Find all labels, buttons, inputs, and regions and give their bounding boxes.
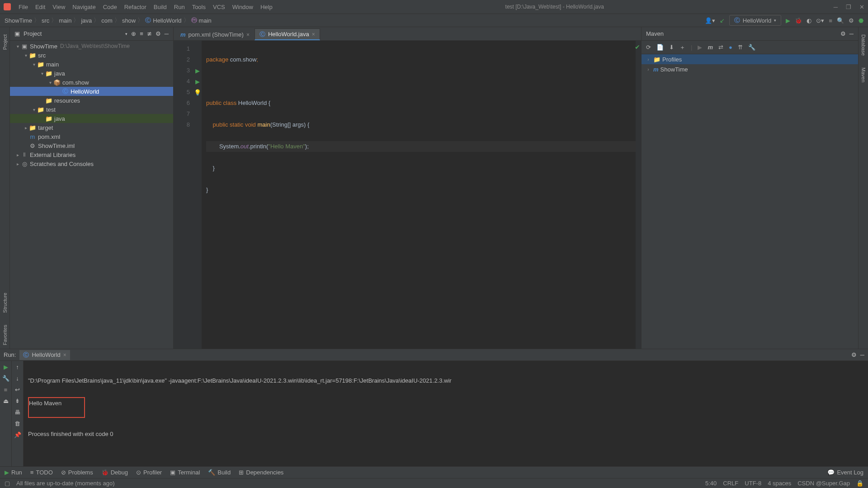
print-icon[interactable]: 🖶 [14,409,20,416]
debug-icon[interactable]: 🐞 [795,17,802,24]
event-log[interactable]: 💬Event Log [827,469,863,476]
tree-node[interactable]: ▾📁src [10,51,173,60]
tree-node[interactable]: ▾📁java [10,69,173,78]
close-icon[interactable]: ✕ [859,4,864,10]
tool-deps[interactable]: ⊞Dependencies [239,469,283,476]
generate-icon[interactable]: 📄 [656,44,664,51]
crumb-show[interactable]: show [122,17,136,24]
offline-icon[interactable]: ● [729,44,732,51]
crumb-method[interactable]: main [199,17,212,24]
tool-profiler[interactable]: ⊙Profiler [136,469,162,476]
editor[interactable]: 12345678 ▶▶💡 package com.show; public cl… [174,41,641,349]
crumb-java[interactable]: java [81,17,92,24]
run-tab[interactable]: ⒸHelloWorld× [19,350,70,360]
menu-build[interactable]: Build [151,2,170,12]
menu-file[interactable]: File [15,2,31,12]
encoding[interactable]: UTF-8 [745,480,761,487]
exit-icon[interactable]: ⏏ [3,398,9,404]
tab-project[interactable]: Project [1,31,9,53]
tree-node[interactable]: ▾📁test [10,105,173,114]
maximize-icon[interactable]: ❐ [846,4,851,10]
search-icon[interactable]: 🔍 [837,17,844,24]
coverage-icon[interactable]: ◐ [807,17,811,24]
run-gutter-icon[interactable]: ▶ [195,78,200,85]
cursor-position[interactable]: 5:40 [705,480,717,487]
menu-window[interactable]: Window [229,2,256,12]
menu-view[interactable]: View [49,2,68,12]
crumb-src[interactable]: src [42,17,49,24]
tree-node[interactable]: ▸⫴External Libraries [10,150,173,159]
tree-node[interactable]: ▸📁target [10,123,173,132]
indent[interactable]: 4 spaces [768,480,791,487]
collapse-icon[interactable]: ≢ [147,30,152,37]
tree-node[interactable]: ⚙ShowTime.iml [10,141,173,150]
crumb-com[interactable]: com [101,17,113,24]
gutter-marks[interactable]: ▶▶💡 [193,41,202,349]
console-output[interactable]: "D:\Program Files\JetBrains\java_11\jdk\… [24,361,868,466]
close-tab-icon[interactable]: × [246,32,250,38]
tool-debug[interactable]: 🐞Debug [101,469,128,476]
maven-showtime[interactable]: ›mShowTime [642,64,858,74]
stop-icon[interactable]: ■ [829,17,832,24]
trash-icon[interactable]: 🗑 [14,420,20,427]
hide-icon[interactable]: ─ [849,30,854,37]
tree-node[interactable]: ▾📦com.show [10,78,173,87]
collapse-all-icon[interactable]: ⇈ [738,44,743,51]
stop-icon[interactable]: ■ [4,386,8,393]
lock-icon[interactable]: 🔒 [856,480,863,487]
maven-profiles[interactable]: ›📁Profiles [642,54,858,64]
tool-problems[interactable]: ⊘Problems [61,469,93,476]
tool-build[interactable]: 🔨Build [208,469,231,476]
inspection-strip[interactable]: ✔ [636,41,641,349]
gear-icon[interactable]: ⚙ [851,351,857,358]
wrench-icon[interactable]: 🔧 [2,375,9,382]
crumb-showtime[interactable]: ShowTime [5,17,32,24]
up-icon[interactable]: ↑ [16,364,19,370]
menu-help[interactable]: Help [257,2,276,12]
tree-node[interactable]: 📁resources [10,96,173,105]
code-area[interactable]: package com.show; public class HelloWorl… [202,41,636,349]
wrench-icon[interactable]: 🔧 [748,44,755,51]
menu-refactor[interactable]: Refactor [121,2,150,12]
status-icon[interactable]: ▢ [5,480,10,487]
menu-code[interactable]: Code [100,2,120,12]
tab-database[interactable]: Database [860,31,867,59]
gear-icon[interactable]: ⚙ [840,30,846,37]
menu-navigate[interactable]: Navigate [69,2,99,12]
vcs-update-icon[interactable]: ↙ [720,17,725,24]
run-maven-icon[interactable]: ▶ [698,44,702,51]
tree-node[interactable]: ▾📁main [10,60,173,69]
download-icon[interactable]: ⬇ [669,44,674,51]
tool-todo[interactable]: ≡TODO [30,469,53,476]
line-ending[interactable]: CRLF [723,480,738,487]
m-icon[interactable]: m [708,44,713,51]
maven-tree[interactable]: ›📁Profiles ›mShowTime [642,54,858,74]
project-tree[interactable]: ▾▣ShowTimeD:\Java_Web\test\ShowTime▾📁src… [10,41,173,349]
menu-tools[interactable]: Tools [189,2,209,12]
tab-favorites[interactable]: Favorites [1,321,9,349]
tree-node[interactable]: ▸◎Scratches and Consoles [10,159,173,168]
tab-helloworld[interactable]: ⒸHelloWorld.java× [255,28,320,40]
menu-edit[interactable]: Edit [32,2,48,12]
tree-node[interactable]: 📁java [10,114,173,123]
tree-node[interactable]: ▾▣ShowTimeD:\Java_Web\test\ShowTime [10,42,173,51]
run-gutter-icon[interactable]: ▶ [195,67,200,74]
locate-icon[interactable]: ⊕ [131,30,136,37]
hide-icon[interactable]: ─ [860,351,864,358]
tool-run[interactable]: ▶Run [5,469,22,476]
run-config-selector[interactable]: ⒸHelloWorld▾ [729,15,781,26]
add-icon[interactable]: ＋ [679,43,685,52]
tool-terminal[interactable]: ▣Terminal [170,469,200,476]
scroll-icon[interactable]: ⇟ [15,398,20,404]
run-icon[interactable]: ▶ [786,17,790,24]
hide-icon[interactable]: ─ [165,30,169,37]
minimize-icon[interactable]: ─ [834,4,838,10]
tree-node[interactable]: mpom.xml [10,132,173,141]
down-icon[interactable]: ↓ [16,375,19,382]
expand-icon[interactable]: ≡ [140,30,143,37]
toggle-icon[interactable]: ⇄ [718,44,723,51]
tab-pom[interactable]: mpom.xml (ShowTime)× [175,28,255,40]
rerun-icon[interactable]: ▶ [4,364,8,370]
menu-vcs[interactable]: VCS [210,2,228,12]
tab-structure[interactable]: Structure [1,289,9,317]
